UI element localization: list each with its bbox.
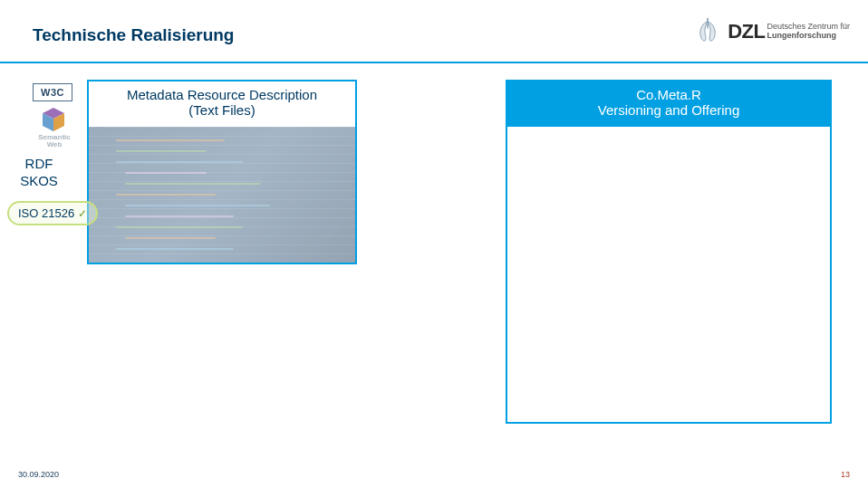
cometar-title-line2: Versioning and Offering [511,102,826,118]
lung-icon [695,16,720,47]
logo-text-block: DZL Deutsches Zentrum für Lungenforschun… [728,20,850,43]
slide-title: Technische Realisierung [33,25,234,45]
cometar-title-line1: Co.Meta.R [511,87,826,102]
slide-header: Technische Realisierung DZL Deutsches Ze… [0,0,868,63]
footer-date: 30.09.2020 [18,470,59,479]
cometar-panel-header: Co.Meta.R Versioning and Offering [507,81,830,127]
page-number: 13 [841,470,850,479]
rdf-skos-label: RDF SKOS [13,156,65,190]
semantic-web-cube-icon [42,107,65,136]
semantic-web-label: Semantic Web [36,134,72,148]
cometar-panel: Co.Meta.R Versioning and Offering [506,80,832,424]
w3c-badge: W3C [33,83,72,101]
rdf-label: RDF [13,156,65,173]
skos-label: SKOS [13,173,65,190]
dzl-logo: DZL Deutsches Zentrum für Lungenforschun… [695,16,850,47]
iso-badge: ISO 21526 ✓ [7,201,98,225]
metadata-panel-header: Metadata Resource Description (Text File… [89,81,355,127]
iso-label: ISO 21526 [18,206,74,220]
code-editor-screenshot [89,127,355,263]
logo-abbr: DZL [728,20,765,43]
metadata-panel-title-line1: Metadata Resource Description [92,87,352,102]
logo-line2: Lungenforschung [767,32,850,41]
metadata-panel-title-line2: (Text Files) [92,102,352,118]
metadata-panel: Metadata Resource Description (Text File… [87,80,357,264]
check-icon: ✓ [78,207,87,220]
